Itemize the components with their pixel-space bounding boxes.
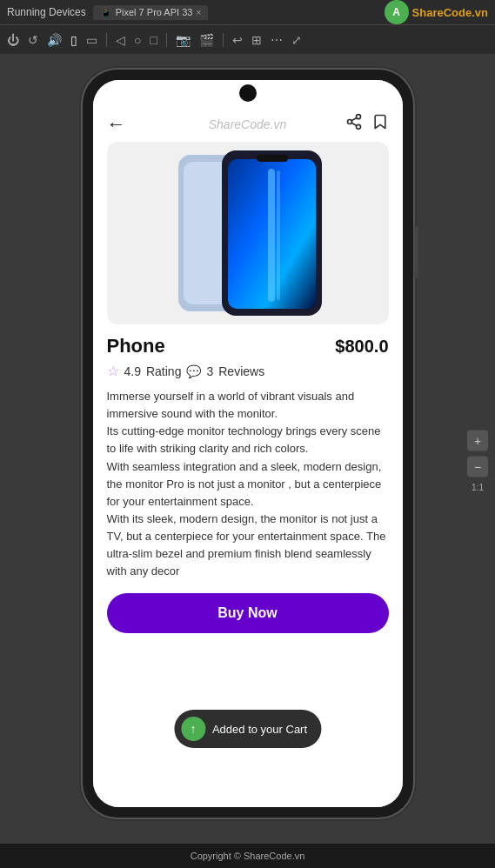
toolbar-divider-3 [223,33,224,47]
share-icon[interactable] [345,113,363,135]
star-icon: ☆ [107,363,119,379]
rating-label: Rating [146,364,181,378]
expand-icon[interactable]: ⤢ [291,33,302,47]
buy-button-container: Buy Now [93,581,403,642]
recent-nav-icon[interactable]: □ [150,33,157,47]
review-label: Reviews [218,364,264,378]
rotate-icon[interactable]: ↺ [28,33,38,47]
svg-line-4 [351,117,357,120]
top-bar: Running Devices 📱 Pixel 7 Pro API 33 × A… [0,0,495,24]
sharecode-logo: A ShareCode.vn [385,0,488,24]
toast-message: Added to your Cart [212,723,307,736]
phone-frame: ← ShareCode.vn [83,70,413,818]
rating-row: ☆ 4.9 Rating 💬 3 Reviews [107,363,389,379]
copyright-bar: Copyright © ShareCode.vn [0,844,495,868]
header-watermark: ShareCode.vn [209,117,287,131]
camera-icon[interactable]: 📷 [176,33,191,47]
volume-icon[interactable]: 🔊 [47,33,62,47]
svg-rect-12 [257,155,288,162]
top-bar-left: Running Devices 📱 Pixel 7 Pro API 33 × [7,5,208,20]
product-image [107,142,389,324]
bookmark-icon[interactable] [371,113,389,135]
tab-close-icon[interactable]: × [196,8,201,17]
logo-initials: A [392,6,400,18]
toast-icon: ↑ [181,717,205,741]
product-title-row: Phone $800.0 [107,335,389,357]
power-icon[interactable]: ⏻ [7,33,19,47]
app-content: ← ShareCode.vn [93,106,403,807]
phone-area: ← ShareCode.vn [0,54,495,868]
side-panel: + − 1:1 [467,431,488,492]
zoom-in-button[interactable]: + [467,431,488,451]
phone-notch [239,84,257,102]
back-nav-icon[interactable]: ◁ [116,33,125,47]
app-header: ← ShareCode.vn [93,106,403,142]
header-actions [345,113,389,135]
video-icon[interactable]: 🎬 [199,33,214,47]
product-description: Immerse yourself in a world of vibrant v… [93,388,403,581]
product-title: Phone [107,335,165,357]
tab-icon: 📱 [100,7,112,18]
tab-label: Pixel 7 Pro API 33 [116,7,193,17]
toolbar-divider-1 [106,33,107,47]
review-count: 3 [206,364,213,378]
grid-icon[interactable]: ⊞ [251,33,262,47]
phone-notch-bar [93,80,403,106]
running-devices-label: Running Devices [7,6,86,18]
cart-toast: ↑ Added to your Cart [174,710,321,748]
toolbar-divider-2 [166,33,167,47]
description-text: Immerse yourself in a world of vibrant v… [107,390,386,578]
logo-text: ShareCode.vn [412,6,488,19]
phone-screen: ← ShareCode.vn [93,80,403,807]
back-button[interactable]: ← [107,115,126,134]
device-tab[interactable]: 📱 Pixel 7 Pro API 33 × [93,5,209,20]
landscape-icon[interactable]: ▭ [86,33,97,47]
copyright-text: Copyright © ShareCode.vn [191,851,305,861]
home-nav-icon[interactable]: ○ [134,33,141,47]
portrait-icon[interactable]: ▯ [70,33,77,47]
buy-now-button[interactable]: Buy Now [107,593,389,633]
zoom-label: 1:1 [467,483,488,492]
rating-value: 4.9 [124,364,141,378]
product-price: $800.0 [335,337,388,357]
zoom-out-button[interactable]: − [467,457,488,477]
svg-line-3 [351,123,357,125]
undo-icon[interactable]: ↩ [232,33,243,47]
logo-circle: A [385,0,409,24]
product-image-container [107,142,389,324]
phone-side-button [414,226,418,278]
review-icon: 💬 [186,364,201,378]
product-info: Phone $800.0 ☆ 4.9 Rating 💬 3 Reviews [93,324,403,379]
more-icon[interactable]: ⋯ [271,33,283,47]
toolbar: ⏻ ↺ 🔊 ▯ ▭ ◁ ○ □ 📷 🎬 ↩ ⊞ ⋯ ⤢ [0,24,495,54]
